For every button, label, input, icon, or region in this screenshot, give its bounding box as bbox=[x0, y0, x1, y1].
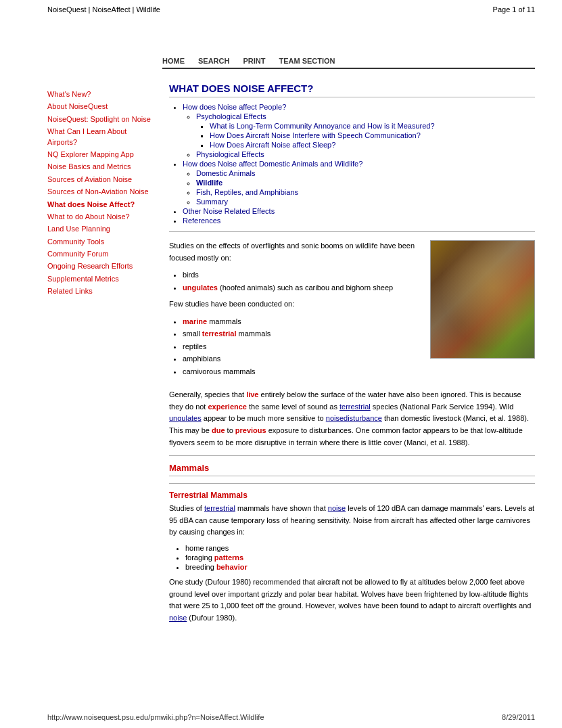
toc-link-speech[interactable]: How Does Aircraft Noise Interfere with S… bbox=[210, 131, 421, 139]
list-item-breeding: breeding behavior bbox=[185, 563, 535, 571]
toc-item-fish: Fish, Reptiles, and Amphibians bbox=[196, 188, 535, 196]
toc-link-wildlife[interactable]: Wildlife bbox=[196, 179, 223, 187]
sidebar-item-non-aviation[interactable]: Sources of Non-Aviation Noise bbox=[47, 187, 156, 197]
main-content: WHAT DOES NOISE AFFECT? How does Noise a… bbox=[156, 83, 535, 629]
toc-item-speech: How Does Aircraft Noise Interfere with S… bbox=[210, 131, 535, 139]
footer-url: http://www.noisequest.psu.edu/pmwiki.php… bbox=[47, 713, 264, 721]
bird-image bbox=[430, 240, 535, 359]
toc-link-domestic[interactable]: Domestic Animals bbox=[196, 169, 255, 177]
intro-para2: Few studies have been conducted on: bbox=[169, 298, 419, 311]
sidebar: What's New? About NoiseQuest NoiseQuest:… bbox=[47, 83, 156, 629]
nav-home[interactable]: HOME bbox=[162, 57, 185, 65]
sidebar-item-research[interactable]: Ongoing Research Efforts bbox=[47, 261, 156, 271]
page-layout: What's New? About NoiseQuest NoiseQuest:… bbox=[0, 76, 562, 643]
main-para1: Generally, species that live entirely be… bbox=[169, 389, 535, 449]
toc-link-physio[interactable]: Physiological Effects bbox=[196, 150, 264, 158]
sidebar-item-whats-new[interactable]: What's New? bbox=[47, 89, 156, 99]
sidebar-item-community-tools[interactable]: Community Tools bbox=[47, 237, 156, 247]
list-item-home-ranges: home ranges bbox=[185, 544, 535, 552]
toc: How does Noise affect People? Psychologi… bbox=[169, 103, 535, 232]
toc-item-summary: Summary bbox=[196, 198, 535, 206]
intro-para1: Studies on the effects of overflights an… bbox=[169, 240, 419, 264]
toc-item-sleep: How Does Aircraft Noise affect Sleep? bbox=[210, 141, 535, 149]
toc-item-animals: How does Noise affect Domestic Animals a… bbox=[183, 160, 535, 206]
sidebar-item-land-use[interactable]: Land Use Planning bbox=[47, 224, 156, 234]
sidebar-item-related-links[interactable]: Related Links bbox=[47, 286, 156, 296]
page-header: NoiseQuest | NoiseAffect | Wildlife Page… bbox=[0, 0, 562, 16]
toc-link-annoyance[interactable]: What is Long-Term Community Annoyance an… bbox=[210, 122, 435, 130]
sidebar-item-community-forum[interactable]: Community Forum bbox=[47, 249, 156, 259]
wolves-para: One study (Dufour 1980) recommended that… bbox=[169, 576, 535, 624]
sidebar-item-noise-basics[interactable]: Noise Basics and Metrics bbox=[47, 162, 156, 172]
nav-print[interactable]: PRINT bbox=[243, 57, 265, 65]
list-item-foraging: foraging patterns bbox=[185, 553, 535, 562]
sidebar-item-airports[interactable]: What Can I Learn About Airports? bbox=[47, 127, 156, 147]
section-divider2 bbox=[169, 483, 535, 484]
page-title: NoiseQuest | NoiseAffect | Wildlife bbox=[47, 5, 160, 14]
page-info: Page 1 of 11 bbox=[493, 5, 535, 14]
toc-item-domestic: Domestic Animals bbox=[196, 169, 535, 177]
toc-item-references: References bbox=[183, 217, 535, 225]
nav-search[interactable]: SEARCH bbox=[198, 57, 229, 65]
intro-list1: birds ungulates (hoofed animals) such as… bbox=[169, 269, 419, 293]
toc-item-annoyance: What is Long-Term Community Annoyance an… bbox=[210, 122, 535, 130]
sidebar-item-supplemental[interactable]: Supplemental Metrics bbox=[47, 274, 156, 284]
toc-item-psych: Psychological Effects What is Long-Term … bbox=[196, 112, 535, 149]
sidebar-item-nq-explorer[interactable]: NQ Explorer Mapping App bbox=[47, 150, 156, 160]
main-title: WHAT DOES NOISE AFFECT? bbox=[169, 83, 535, 97]
terrestrial-para: Studies of terrestrial mammals have show… bbox=[169, 503, 535, 539]
list-item-marine: marine mammals bbox=[183, 316, 419, 327]
toc-item-other: Other Noise Related Effects bbox=[183, 207, 535, 215]
sidebar-item-about-noise[interactable]: What to do About Noise? bbox=[47, 212, 156, 222]
sidebar-item-spotlight[interactable]: NoiseQuest: Spotlight on Noise bbox=[47, 114, 156, 124]
toc-link-animals[interactable]: How does Noise affect Domestic Animals a… bbox=[183, 160, 362, 168]
list-item-terrestrial-small: small terrestrial mammals bbox=[183, 328, 419, 340]
list-item-ungulates: ungulates (hoofed animals) such as carib… bbox=[183, 282, 419, 294]
toc-item-wildlife: Wildlife bbox=[196, 179, 535, 187]
intro-text: Studies on the effects of overflights an… bbox=[169, 240, 419, 381]
toc-link-psych[interactable]: Psychological Effects bbox=[196, 112, 266, 120]
sidebar-item-noise-affect[interactable]: What does Noise Affect? bbox=[47, 200, 156, 210]
carnivore-list: home ranges foraging patterns breeding b… bbox=[169, 544, 535, 571]
toc-link-other[interactable]: Other Noise Related Effects bbox=[183, 207, 275, 215]
page-footer: http://www.noisequest.psu.edu/pmwiki.php… bbox=[47, 713, 535, 721]
toc-link-people[interactable]: How does Noise affect People? bbox=[183, 103, 286, 111]
toc-link-summary[interactable]: Summary bbox=[196, 198, 228, 206]
intro-list2: marine mammals small terrestrial mammals… bbox=[169, 316, 419, 378]
toc-link-fish[interactable]: Fish, Reptiles, and Amphibians bbox=[196, 188, 298, 196]
nav-team-section[interactable]: TEAM SECTION bbox=[279, 57, 335, 65]
sidebar-item-about[interactable]: About NoiseQuest bbox=[47, 101, 156, 112]
footer-date: 8/29/2011 bbox=[502, 713, 535, 721]
section-divider1 bbox=[169, 455, 535, 456]
toc-link-sleep[interactable]: How Does Aircraft Noise affect Sleep? bbox=[210, 141, 335, 149]
list-item-birds: birds bbox=[183, 269, 419, 281]
nav-bar: HOME SEARCH PRINT TEAM SECTION bbox=[162, 57, 535, 69]
list-item-carnivorous: carnivorous mammals bbox=[183, 366, 419, 378]
mammals-title: Mammals bbox=[169, 463, 535, 476]
sidebar-item-aviation-noise[interactable]: Sources of Aviation Noise bbox=[47, 175, 156, 185]
toc-item-physio: Physiological Effects bbox=[196, 150, 535, 158]
list-item-amphibians: amphibians bbox=[183, 353, 419, 365]
list-item-reptiles: reptiles bbox=[183, 341, 419, 352]
intro-block: Studies on the effects of overflights an… bbox=[169, 240, 535, 381]
toc-item-people: How does Noise affect People? Psychologi… bbox=[183, 103, 535, 158]
terrestrial-title: Terrestrial Mammals bbox=[169, 491, 535, 500]
toc-link-references[interactable]: References bbox=[183, 217, 220, 225]
